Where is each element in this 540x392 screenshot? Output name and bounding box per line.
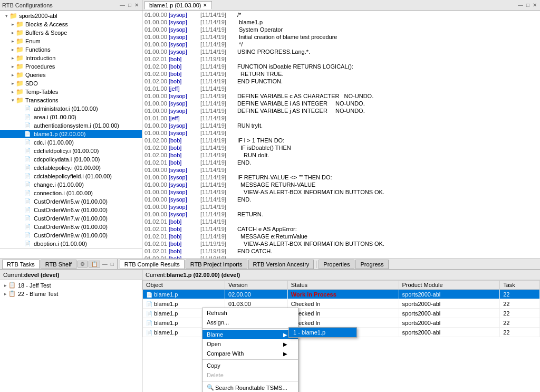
- tree-expander-CustOrderWin8[interactable]: [18, 224, 24, 230]
- tree-item-temp-tables[interactable]: ▸📁Temp-Tables: [0, 88, 142, 96]
- editor-maximize-btn[interactable]: □: [525, 2, 531, 8]
- tree-expander-blame1p[interactable]: [18, 131, 24, 137]
- task-item-22[interactable]: ▸📋22 - Blame Test: [0, 290, 142, 298]
- tree-item-queries[interactable]: ▸📁Queries: [0, 71, 142, 79]
- close-btn[interactable]: ✕: [133, 2, 140, 8]
- editor-tab-blame1p[interactable]: blame1.p (01.03.00) ✕: [144, 1, 212, 9]
- result-row-0[interactable]: 📄 blame1.p02.00.00Work in Processsports2…: [143, 290, 540, 299]
- tree-expander-CustOrderWin6[interactable]: [18, 207, 24, 213]
- tree-item-cdctablepolicy[interactable]: 📄cdctablepolicy.i (01.00.00): [0, 164, 142, 172]
- progress-tab[interactable]: Progress: [355, 260, 388, 269]
- tree-item-cdctablepolicyfield[interactable]: 📄cdctablepolicyfield.i (01.00.00): [0, 172, 142, 180]
- tree-expander-cdctablepolicyfield[interactable]: [18, 173, 24, 179]
- tree-expander-sports2000-abl[interactable]: ▾: [3, 13, 9, 19]
- result-row-1[interactable]: 📄 blame1.p01.03.00Checked Insports2000-a…: [143, 299, 540, 309]
- tree-expander-CustOrderWin9[interactable]: [18, 232, 24, 238]
- tree-expander-administrator[interactable]: [18, 106, 24, 112]
- tree-expander-enum[interactable]: ▸: [9, 38, 16, 44]
- tree-expander-dboption[interactable]: [18, 241, 24, 247]
- ctx-compare[interactable]: Compare With ▶: [202, 349, 298, 358]
- tasks-tree[interactable]: ▸📋18 - Jeff Test▸📋22 - Blame Test: [0, 280, 142, 392]
- tree-item-functions[interactable]: ▸📁Functions: [0, 45, 142, 54]
- tree-expander-sdo[interactable]: ▸: [9, 80, 16, 87]
- tree-expander-functions[interactable]: ▸: [9, 46, 16, 53]
- minimize-btn[interactable]: —: [119, 2, 126, 8]
- tree-expander-CustOrderWin5[interactable]: [18, 198, 24, 205]
- tree-item-cdcfieldpolicy[interactable]: 📄cdcfieldpolicy.i (01.00.00): [0, 147, 142, 155]
- line-user-0: [sysop]: [169, 12, 200, 18]
- ctx-refresh[interactable]: Refresh: [202, 308, 298, 318]
- ctx-blame[interactable]: Blame ▶: [202, 330, 298, 339]
- tree-item-enum[interactable]: ▸📁Enum: [0, 37, 142, 45]
- tree-item-blocks-access[interactable]: ▸📁Blocks & Access: [0, 20, 142, 28]
- tree-item-CustOrderWin5[interactable]: 📄CustOrderWin5.w (01.00.00): [0, 197, 142, 206]
- tree-expander-cdctablepolicy[interactable]: [18, 165, 24, 171]
- editor-close-btn[interactable]: ✕: [532, 2, 538, 8]
- tree-expander-transactions[interactable]: ▾: [9, 97, 16, 103]
- tree-expander-authenticationsystem[interactable]: [18, 122, 24, 129]
- tree-item-cdcpolicydata[interactable]: 📄cdcpolicydata.i (01.00.00): [0, 155, 142, 164]
- line-content-15: RUN tryIt.: [237, 122, 263, 129]
- bottom-left-btn1[interactable]: ⚙: [78, 261, 88, 267]
- ctx-copy[interactable]: Copy: [202, 361, 298, 370]
- bottom-left-minimize[interactable]: —: [101, 261, 109, 267]
- tree-item-area[interactable]: 📄area.i (01.00.00): [0, 113, 142, 121]
- tree-item-sports2000-abl[interactable]: ▾📁sports2000-abl: [0, 12, 142, 20]
- ctx-assign[interactable]: Assign...: [202, 318, 298, 327]
- line-content-18: IF isDoable() THEN: [237, 145, 291, 151]
- tree-item-introduction[interactable]: ▸📁Introduction: [0, 54, 142, 62]
- tree-expander-blocks-access[interactable]: ▸: [9, 21, 16, 27]
- tree-item-connection[interactable]: 📄connection.i (01.00.00): [0, 189, 142, 197]
- task-expander-18[interactable]: ▸: [2, 282, 8, 289]
- code-area[interactable]: 01.00.00 [sysop] [11/14/19] /*01.00.00 […: [142, 11, 540, 259]
- blame-submenu[interactable]: 1 - blame1.p: [288, 327, 357, 338]
- line-date-14: [11/14/19]: [200, 115, 237, 121]
- tree-item-blame1p[interactable]: 📄blame1.p (02.00.00): [0, 130, 142, 138]
- tree-item-CustOrderWin7[interactable]: 📄CustOrderWin7.w (01.00.00): [0, 214, 142, 223]
- tree-expander-buffers-scope[interactable]: ▸: [9, 30, 16, 36]
- tree-expander-cdcfieldpolicy[interactable]: [18, 148, 24, 154]
- tree-expander-change[interactable]: [18, 181, 24, 188]
- tree-item-buffers-scope[interactable]: ▸📁Buffers & Scope: [0, 28, 142, 37]
- rtb-shelf-tab[interactable]: RTB Shelf: [41, 260, 76, 269]
- rtb-compile-tab[interactable]: RTB Compile Results: [120, 260, 185, 269]
- bottom-left-btn2[interactable]: 📋: [89, 261, 100, 267]
- context-menu[interactable]: Refresh Assign... Blame ▶ Open ▶ Compare…: [202, 308, 298, 392]
- task-item-18[interactable]: ▸📋18 - Jeff Test: [0, 281, 142, 290]
- tree-expander-introduction[interactable]: ▸: [9, 55, 16, 61]
- rtb-version-tab[interactable]: RTB Version Ancestry: [248, 260, 314, 269]
- bottom-left-maximize[interactable]: □: [110, 261, 115, 267]
- ctx-search-tsms[interactable]: 🔍 Search Roundtable TSMS...: [202, 383, 298, 392]
- tree-item-CustOrderWin9[interactable]: 📄CustOrderWin9.w (01.00.00): [0, 231, 142, 240]
- tree-item-CustOrderWin8[interactable]: 📄CustOrderWin8.w (01.00.00): [0, 223, 142, 231]
- tree-search-input[interactable]: [0, 248, 142, 259]
- tree-expander-cdcpolicydata[interactable]: [18, 156, 24, 162]
- tree-item-procedures[interactable]: ▸📁Procedures: [0, 62, 142, 71]
- tree-expander-CustOrderWin7[interactable]: [18, 215, 24, 222]
- properties-tab[interactable]: Properties: [319, 260, 354, 269]
- tree-item-dboption[interactable]: 📄dboption.i (01.00.00): [0, 240, 142, 248]
- task-expander-22[interactable]: ▸: [2, 291, 8, 297]
- rtb-imports-tab[interactable]: RTB Project Imports: [186, 260, 247, 269]
- editor-minimize-btn[interactable]: —: [517, 2, 524, 8]
- submenu-blame1p[interactable]: 1 - blame1.p: [289, 328, 356, 337]
- tree-item-CustOrderWin6[interactable]: 📄CustOrderWin6.w (01.00.00): [0, 206, 142, 214]
- configurations-tree[interactable]: ▾📁sports2000-abl▸📁Blocks & Access▸📁Buffe…: [0, 11, 142, 248]
- tree-item-authenticationsystem[interactable]: 📄authenticationsystem.i (01.00.00): [0, 121, 142, 130]
- tree-item-transactions[interactable]: ▾📁Transactions: [0, 96, 142, 104]
- rtb-tasks-tab[interactable]: RTB Tasks: [2, 260, 40, 269]
- tree-expander-temp-tables[interactable]: ▸: [9, 89, 16, 95]
- ctx-open[interactable]: Open ▶: [202, 339, 298, 349]
- maximize-btn[interactable]: □: [127, 2, 132, 8]
- tree-expander-queries[interactable]: ▸: [9, 72, 16, 78]
- tree-item-change[interactable]: 📄change.i (01.00.00): [0, 180, 142, 189]
- tasks-panel: Current: devel (devel) ▸📋18 - Jeff Test▸…: [0, 270, 142, 392]
- tree-item-administrator[interactable]: 📄administrator.i (01.00.00): [0, 104, 142, 113]
- tree-expander-area[interactable]: [18, 114, 24, 120]
- tree-expander-procedures[interactable]: ▸: [9, 63, 16, 70]
- close-tab-icon[interactable]: ✕: [203, 3, 207, 8]
- tree-item-sdo[interactable]: ▸📁SDO: [0, 79, 142, 88]
- tree-expander-connection[interactable]: [18, 190, 24, 196]
- tree-expander-cdc[interactable]: [18, 139, 24, 146]
- tree-item-cdc[interactable]: 📄cdc.i (01.00.00): [0, 138, 142, 147]
